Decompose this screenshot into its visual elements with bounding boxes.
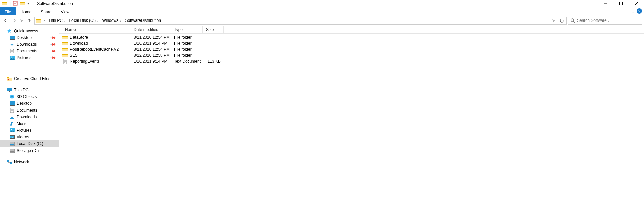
nav-pictures-2[interactable]: Pictures [0,127,59,134]
file-date: 8/22/2020 12:58 PM [130,53,170,58]
pin-icon: 📌 [50,54,56,61]
pc-icon [7,87,12,93]
qat-dropdown-icon[interactable]: ▾ [27,1,30,6]
star-icon [7,28,12,34]
tab-share[interactable]: Share [36,7,56,15]
properties-icon[interactable] [13,1,18,6]
tab-home[interactable]: Home [16,7,36,15]
tab-view[interactable]: View [56,7,74,15]
svg-rect-22 [7,160,9,162]
pin-icon: 📌 [50,48,56,54]
folder-icon [7,76,12,81]
address-bar[interactable]: › This PC› Local Disk (C:)› Windows› Sof… [34,17,567,25]
file-name: SLS [70,53,78,58]
back-button[interactable] [2,17,9,24]
close-button[interactable] [629,0,644,7]
desktop-icon [9,35,15,40]
folder-icon [2,1,7,6]
file-name: DataStore [70,35,88,40]
maximize-button[interactable] [613,0,629,7]
nav-desktop-2[interactable]: Desktop [0,100,59,107]
address-dropdown-button[interactable] [550,18,558,23]
file-row[interactable]: Download1/16/2021 9:14 PMFile folder [59,40,644,46]
svg-rect-19 [10,144,14,145]
file-date: 1/16/2021 9:14 PM [130,59,170,64]
file-date: 8/21/2020 12:54 PM [130,35,170,40]
nav-creative-cloud[interactable]: Creative Cloud Files [0,75,59,82]
nav-videos[interactable]: Videos [0,134,59,140]
breadcrumb-this-pc[interactable]: This PC› [47,18,68,23]
nav-music[interactable]: Music [0,120,59,127]
separator: | [32,1,33,6]
file-row[interactable]: SLS8/22/2020 12:58 PMFile folder [59,52,644,58]
search-input[interactable]: Search SoftwareDi... [568,17,642,25]
folder-icon [62,53,68,58]
ribbon-expand-icon[interactable]: ⌄ [631,9,635,14]
nav-storage-d[interactable]: Storage (D:) [0,147,59,154]
chevron-right-icon[interactable]: › [43,19,46,23]
folder-icon [62,41,68,46]
svg-rect-10 [8,92,11,92]
column-date[interactable]: Date modified [130,26,170,33]
breadcrumb-local-disk[interactable]: Local Disk (C:)› [68,18,101,23]
file-type: File folder [170,35,203,40]
column-name[interactable]: Name ⌃ [59,26,130,33]
folder-icon [35,17,41,24]
nav-documents-2[interactable]: Documents [0,107,59,114]
svg-rect-12 [10,105,15,106]
nav-downloads[interactable]: Downloads 📌 [0,41,59,48]
text-file-icon [62,59,68,64]
svg-point-2 [571,19,574,22]
up-button[interactable] [26,17,33,24]
column-size[interactable]: Size [203,26,224,33]
svg-rect-1 [620,2,623,5]
column-type[interactable]: Type [170,26,203,33]
nav-this-pc[interactable]: This PC [0,87,59,93]
desktop-icon [9,101,15,106]
file-name: Download [70,41,88,46]
file-size: 113 KB [203,59,224,64]
sort-indicator-icon: ⌃ [93,25,96,28]
file-type: File folder [170,47,203,52]
nav-downloads-2[interactable]: Downloads [0,114,59,120]
file-name: ReportingEvents [70,59,100,64]
file-row[interactable]: DataStore8/21/2020 12:54 PMFile folder [59,34,644,40]
nav-documents[interactable]: Documents 📌 [0,48,59,54]
help-button[interactable]: ? [637,8,642,14]
tab-file[interactable]: File [0,7,16,15]
content-pane: Name ⌃ Date modified Type Size DataStore… [59,26,644,209]
nav-quick-access[interactable]: Quick access [0,28,59,34]
picture-icon [9,128,15,133]
file-date: 8/21/2020 12:54 PM [130,47,170,52]
forward-button[interactable] [11,17,18,24]
nav-pictures[interactable]: Pictures 📌 [0,54,59,61]
column-headers: Name ⌃ Date modified Type Size [59,26,644,34]
nav-local-disk-c[interactable]: Local Disk (C:) [0,140,59,147]
file-name: PostRebootEventCache.V2 [70,47,119,52]
address-row: › This PC› Local Disk (C:)› Windows› Sof… [0,15,644,26]
ribbon: File Home Share View ⌄ ? [0,7,644,15]
nav-network[interactable]: Network [0,159,59,165]
nav-desktop[interactable]: Desktop 📌 [0,34,59,41]
chevron-right-icon[interactable]: › [63,19,66,23]
cube-icon [9,94,15,99]
current-folder-icon [20,1,25,6]
breadcrumb-windows[interactable]: Windows› [101,18,123,23]
svg-rect-3 [10,36,15,39]
file-row[interactable]: ReportingEvents1/16/2021 9:14 PMText Doc… [59,58,644,65]
minimize-button[interactable] [598,0,613,7]
folder-icon [62,35,68,40]
svg-point-13 [10,124,12,126]
document-icon [9,48,15,54]
nav-3d-objects[interactable]: 3D Objects [0,93,59,100]
refresh-button[interactable] [558,18,566,23]
file-row[interactable]: PostRebootEventCache.V28/21/2020 12:54 P… [59,46,644,52]
recent-locations-button[interactable] [19,17,24,24]
folder-icon [62,47,68,52]
breadcrumb-current[interactable]: SoftwareDistribution [123,18,162,23]
chevron-right-icon[interactable]: › [96,19,99,23]
svg-point-15 [11,129,12,130]
chevron-right-icon[interactable]: › [119,19,122,23]
pin-icon: 📌 [50,34,56,41]
network-icon [7,159,12,165]
